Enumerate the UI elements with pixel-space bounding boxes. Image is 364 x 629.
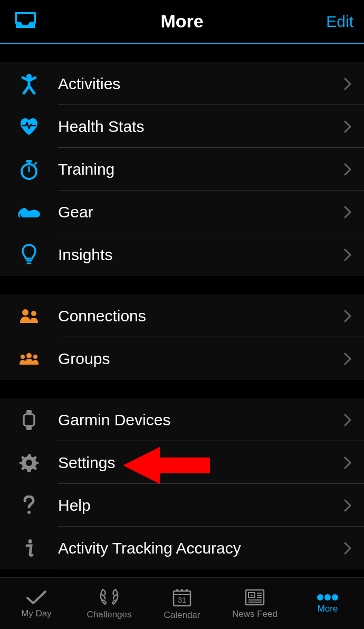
tab-bar: My Day Challenges 31 Calendar: [0, 577, 364, 629]
more-dots-icon: [315, 593, 340, 602]
laurel-icon: [98, 587, 121, 607]
header: More Edit: [0, 0, 364, 44]
tab-label: My Day: [21, 608, 52, 619]
row-training[interactable]: Training: [0, 148, 364, 190]
newspaper-icon: [244, 588, 266, 607]
row-activities[interactable]: Activities: [0, 62, 364, 105]
people-icon: [18, 308, 40, 324]
chevron-right-icon: [344, 310, 351, 322]
section-gap: [0, 44, 364, 62]
svg-point-38: [332, 594, 338, 601]
gear-icon: [20, 453, 39, 472]
chevron-right-icon: [344, 249, 351, 261]
tab-news-feed[interactable]: News Feed: [218, 578, 291, 629]
svg-point-36: [317, 594, 323, 601]
question-icon: [23, 495, 35, 516]
row-label: Activities: [58, 75, 364, 93]
section-gap: [0, 276, 364, 294]
watch-icon: [22, 409, 36, 431]
chevron-right-icon: [344, 499, 351, 512]
svg-rect-15: [24, 414, 34, 426]
svg-point-9: [31, 311, 36, 316]
row-insights[interactable]: Insights: [0, 233, 364, 276]
svg-rect-2: [26, 160, 32, 163]
tab-challenges[interactable]: Challenges: [73, 578, 146, 629]
svg-point-18: [28, 539, 32, 544]
svg-rect-14: [26, 426, 32, 430]
section-gap: [0, 380, 364, 398]
stopwatch-icon: [19, 159, 39, 180]
row-label: Settings: [58, 454, 364, 472]
svg-point-37: [324, 594, 331, 601]
svg-point-16: [26, 460, 32, 466]
edit-button[interactable]: Edit: [326, 13, 353, 31]
calendar-icon: 31: [171, 587, 193, 608]
inbox-icon: [15, 12, 36, 29]
section-2: Connections Groups: [0, 294, 364, 380]
row-garmin-devices[interactable]: Garmin Devices: [0, 398, 364, 441]
row-label: Gear: [58, 203, 364, 221]
row-label: Training: [58, 160, 364, 178]
tab-label: More: [318, 604, 338, 614]
row-label: Groups: [58, 350, 364, 368]
row-label: Garmin Devices: [58, 411, 364, 429]
person-icon: [20, 73, 39, 94]
chevron-right-icon: [344, 542, 351, 555]
tab-more[interactable]: More: [291, 578, 364, 629]
svg-point-17: [27, 511, 31, 514]
row-label: Connections: [58, 307, 364, 325]
row-label: Insights: [58, 246, 364, 264]
chevron-right-icon: [344, 163, 351, 176]
group-icon: [16, 352, 42, 366]
tab-label: Challenges: [87, 609, 131, 620]
svg-point-12: [33, 355, 37, 359]
checkmark-icon: [25, 588, 47, 606]
svg-point-10: [21, 355, 25, 359]
row-help[interactable]: Help: [0, 484, 364, 527]
calendar-day: 31: [178, 596, 186, 604]
chevron-right-icon: [344, 456, 351, 469]
chevron-right-icon: [344, 414, 351, 426]
chevron-right-icon: [344, 120, 351, 133]
svg-rect-13: [26, 410, 32, 414]
page-title: More: [160, 11, 203, 32]
chevron-right-icon: [344, 206, 351, 218]
tab-label: News Feed: [232, 609, 277, 620]
section-1: Activities Health Stats Training: [0, 62, 364, 276]
row-activity-tracking-accuracy[interactable]: Activity Tracking Accuracy: [0, 527, 364, 569]
chevron-right-icon: [344, 78, 351, 90]
row-settings[interactable]: Settings: [0, 441, 364, 484]
svg-point-8: [22, 309, 28, 316]
row-health-stats[interactable]: Health Stats: [0, 105, 364, 148]
row-groups[interactable]: Groups: [0, 337, 364, 380]
row-connections[interactable]: Connections: [0, 294, 364, 337]
shoe-icon: [17, 205, 41, 220]
lightbulb-icon: [22, 244, 36, 266]
info-icon: [24, 538, 34, 558]
svg-marker-30: [250, 594, 253, 596]
tab-label: Calendar: [164, 610, 200, 621]
heart-icon: [18, 117, 40, 136]
row-label: Help: [58, 497, 364, 514]
svg-point-11: [26, 353, 32, 358]
row-label: Activity Tracking Accuracy: [58, 539, 364, 557]
row-gear[interactable]: Gear: [0, 190, 364, 233]
section-3: Garmin Devices Settings Help: [0, 398, 364, 569]
tab-my-day[interactable]: My Day: [0, 578, 73, 629]
tab-calendar[interactable]: 31 Calendar: [146, 578, 218, 629]
inbox-button[interactable]: [15, 12, 36, 31]
svg-line-4: [35, 163, 36, 164]
row-label: Health Stats: [58, 118, 364, 136]
chevron-right-icon: [344, 352, 351, 365]
